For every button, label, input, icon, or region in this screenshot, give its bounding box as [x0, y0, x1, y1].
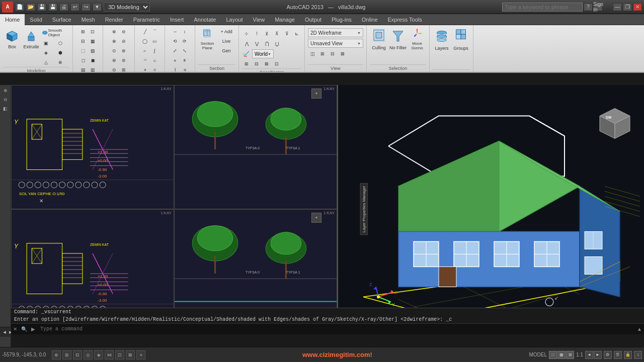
- smooth-obj-btn[interactable]: Smooth Object: [41, 27, 69, 38]
- tab-annotate[interactable]: Annotate: [189, 14, 221, 25]
- lp-1[interactable]: ⊕: [1, 86, 10, 95]
- tab-layout[interactable]: Layout: [221, 14, 248, 25]
- tab-insert[interactable]: Insert: [165, 14, 189, 25]
- cmd-arrow-btn[interactable]: ▶: [29, 326, 37, 332]
- quick-access-new[interactable]: 📄: [15, 3, 24, 11]
- vp-style-1[interactable]: □: [549, 351, 557, 359]
- viewport-top-right[interactable]: 1:KAY + TYFSA 1 TYFSA 0: [174, 85, 337, 209]
- tab-solid[interactable]: Solid: [25, 14, 47, 25]
- cmd-expand-btn[interactable]: ▲: [635, 326, 644, 332]
- modeling-sub-2[interactable]: ⬡: [56, 39, 65, 48]
- close-btn[interactable]: ✕: [633, 3, 642, 11]
- coord-5[interactable]: ⊽: [282, 29, 291, 38]
- solid-4[interactable]: ⊘: [119, 37, 128, 46]
- modify-4[interactable]: ⟳: [180, 37, 189, 46]
- coord-6[interactable]: ⊾: [292, 29, 301, 38]
- modify-5[interactable]: ⤢: [171, 46, 180, 55]
- layers-btn[interactable]: Layers: [433, 27, 451, 51]
- unsaved-view-dropdown[interactable]: Unsaved View ▼: [308, 39, 363, 48]
- right-3d-viewport[interactable]: [+][SW Isometric][Conceptual] — □ ✕: [338, 85, 644, 333]
- hide-panels-btn[interactable]: ↕: [634, 351, 642, 359]
- modify-8[interactable]: ⌆: [180, 56, 189, 65]
- draw-7[interactable]: ⌔: [140, 56, 149, 65]
- modify-10[interactable]: ⎆: [180, 65, 189, 73]
- extrude-btn[interactable]: Extrude: [22, 27, 40, 51]
- culling-btn[interactable]: Culling: [370, 27, 388, 51]
- quick-access-redo[interactable]: ↪: [82, 3, 91, 11]
- coord-e4[interactable]: ⊡: [272, 59, 281, 68]
- coord-8[interactable]: ⋁: [252, 39, 261, 48]
- draw-3[interactable]: ◯: [140, 37, 149, 46]
- scale-down[interactable]: ◄: [585, 351, 593, 359]
- coord-2[interactable]: ⊺: [252, 29, 261, 38]
- quick-access-undo[interactable]: ↩: [70, 3, 79, 11]
- lp-3[interactable]: ◧: [1, 104, 10, 113]
- quick-access-saveas[interactable]: 💾: [48, 3, 57, 11]
- solid-2[interactable]: ⊖: [119, 27, 128, 36]
- modeling-sub-6[interactable]: ⊕: [56, 58, 65, 67]
- tab-surface[interactable]: Surface: [47, 14, 76, 25]
- snap-btn[interactable]: ⊕: [52, 350, 61, 359]
- box-btn[interactable]: Box: [3, 27, 21, 51]
- ortho-btn[interactable]: ⊟: [73, 350, 82, 359]
- coord-9[interactable]: ⋂: [262, 39, 271, 48]
- tab-online[interactable]: Online: [357, 14, 383, 25]
- tab-mesh[interactable]: Mesh: [76, 14, 100, 25]
- draw-4[interactable]: ▭: [150, 37, 159, 46]
- solid-10[interactable]: ⊞: [119, 65, 128, 73]
- solid-5[interactable]: ⊙: [110, 46, 119, 55]
- section-gen[interactable]: Gen: [217, 46, 235, 55]
- tab-manage[interactable]: Manage: [270, 14, 300, 25]
- mesh-7[interactable]: ◻: [78, 56, 88, 65]
- cmd-close-btn[interactable]: ✕: [11, 326, 19, 332]
- coord-4[interactable]: ⊼: [272, 29, 281, 38]
- mesh-4[interactable]: ▦: [88, 37, 97, 46]
- world-dropdown[interactable]: World ▼: [252, 49, 274, 58]
- quick-access-print[interactable]: 🖨: [59, 3, 68, 11]
- draw-9[interactable]: ⌖: [140, 65, 149, 73]
- tab-plugins[interactable]: Plug-ins: [327, 14, 357, 25]
- help-btn[interactable]: ?: [584, 3, 593, 11]
- lock-btn[interactable]: 🔒: [624, 351, 632, 359]
- solid-9[interactable]: ⊝: [110, 65, 119, 73]
- modify-7[interactable]: ⌅: [171, 56, 180, 65]
- section-live[interactable]: Live: [217, 37, 235, 46]
- coord-7[interactable]: ⋀: [242, 39, 251, 48]
- modify-1[interactable]: ↔: [171, 27, 180, 36]
- quick-access-extra[interactable]: ▼: [93, 3, 102, 11]
- coord-e3[interactable]: ⊠: [262, 59, 271, 68]
- polar-btn[interactable]: ◎: [84, 350, 93, 359]
- vp-style-2[interactable]: ▦: [557, 351, 566, 359]
- osnap-btn[interactable]: ◈: [94, 350, 103, 359]
- draw-10[interactable]: ⌗: [150, 65, 159, 73]
- coord-e2[interactable]: ⊟: [252, 59, 261, 68]
- workspace-dropdown[interactable]: 3D Modeling: [104, 3, 150, 12]
- view-s4[interactable]: ⊠: [338, 49, 347, 58]
- solid-3[interactable]: ⊗: [110, 37, 119, 46]
- section-add[interactable]: + Add: [217, 27, 235, 36]
- mesh-3[interactable]: ⊟: [78, 37, 88, 46]
- draw-6[interactable]: ∫: [150, 46, 159, 55]
- tab-parametric[interactable]: Parametric: [128, 14, 165, 25]
- settings-btn[interactable]: ⚙: [604, 351, 612, 359]
- section-plane-btn[interactable]: SectionPlane: [198, 27, 216, 51]
- scale-up[interactable]: ►: [594, 351, 602, 359]
- workspace-settings[interactable]: ☰: [614, 351, 622, 359]
- tab-view[interactable]: View: [248, 14, 270, 25]
- draw-5[interactable]: ⌐: [140, 46, 149, 55]
- mesh-9[interactable]: ▤: [78, 65, 88, 73]
- view-s2[interactable]: ⊞: [318, 49, 327, 58]
- modeling-sub-1[interactable]: ▣: [41, 39, 50, 48]
- move-gizmo-btn[interactable]: Move Gizmo: [408, 27, 426, 51]
- modify-3[interactable]: ⟲: [171, 37, 180, 46]
- modeling-sub-5[interactable]: △: [41, 58, 50, 67]
- tab-nav-left[interactable]: ◄: [2, 329, 7, 335]
- tab-render[interactable]: Render: [100, 14, 128, 25]
- command-input[interactable]: [37, 326, 635, 332]
- minimize-btn[interactable]: —: [613, 3, 622, 11]
- modify-9[interactable]: ⌇: [171, 65, 180, 73]
- otrack-btn[interactable]: ⋈: [105, 350, 114, 359]
- ducs-btn[interactable]: ⊡: [115, 350, 124, 359]
- grid-btn[interactable]: ⊞: [62, 350, 71, 359]
- modeling-sub-3[interactable]: ◈: [41, 48, 50, 57]
